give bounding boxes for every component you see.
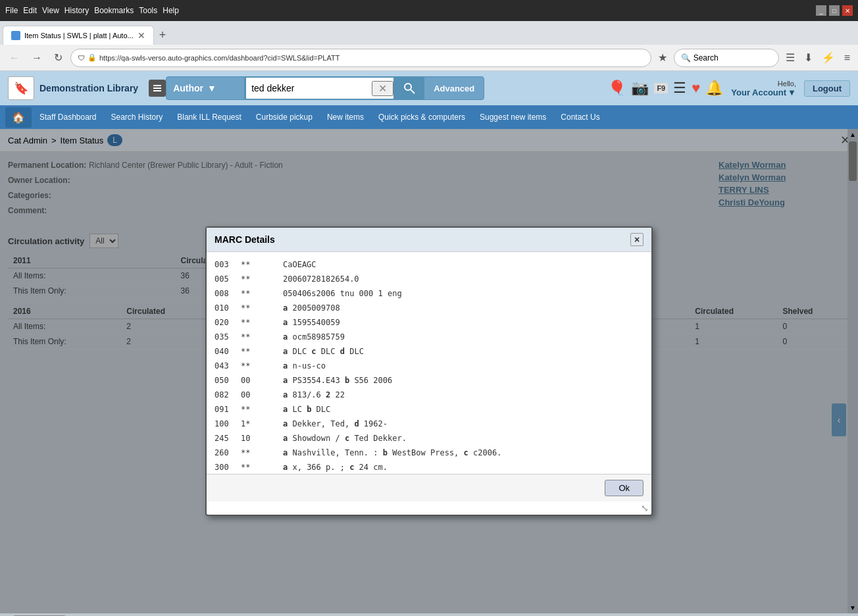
titlebar-left: File Edit View History Bookmarks Tools H… (5, 6, 179, 15)
menu-help[interactable]: Help (163, 6, 179, 15)
active-tab[interactable]: Item Status | SWLS | platt | Auto... ✕ (3, 26, 154, 45)
marc-ind1: ** (241, 403, 259, 415)
svg-rect-0 (153, 85, 161, 86)
search-type-selector[interactable]: Author ▼ (166, 76, 245, 100)
reload-button[interactable]: ↻ (50, 49, 66, 66)
back-button[interactable]: ← (5, 49, 24, 66)
marc-row-043: 043 ** a n-us-co (214, 359, 644, 373)
logout-button[interactable]: Logout (804, 80, 850, 97)
svg-rect-2 (153, 90, 161, 91)
app-navbar: 🏠 Staff Dashboard Search History Blank I… (0, 105, 858, 129)
marc-ind1: ** (241, 360, 259, 372)
search-input[interactable] (246, 78, 372, 99)
nav-suggest[interactable]: Suggest new items (473, 109, 553, 126)
marc-ind1: ** (241, 331, 259, 343)
marc-row-300: 300 ** a x, 366 p. ; c 24 cm. (214, 460, 644, 474)
menu-edit[interactable]: Edit (23, 6, 37, 15)
marc-data: a 2005009708 (283, 302, 644, 314)
page-body: Cat Admin > Item Status L ✕ Permanent Lo… (0, 129, 858, 613)
app-header: 🔖 Demonstration Library Author ▼ ✕ (0, 71, 858, 105)
marc-resize-handle[interactable]: ⤡ (207, 501, 651, 515)
marc-row-040: 040 ** a DLC c DLC d DLC (214, 344, 644, 359)
marc-data: a x, 366 p. ; c 24 cm. (283, 461, 644, 473)
search-go-button[interactable] (395, 76, 424, 100)
marc-ind1: ** (241, 317, 259, 328)
header-right: 🎈 📷 F9 ☰ ♥ 🔔 Hello, Your Account ▼ Logou… (608, 80, 850, 97)
marc-tag: 245 (214, 432, 238, 444)
bell-icon[interactable]: 🔔 (705, 80, 723, 97)
menu-bookmarks[interactable]: Bookmarks (94, 6, 134, 15)
marc-ind1: 00 (241, 389, 259, 401)
marc-data: a 813/.6 2 22 (283, 389, 644, 401)
account-section: Hello, Your Account ▼ (731, 80, 796, 97)
lock-icon: 🔒 (88, 53, 97, 62)
marc-data: a ocm58985759 (283, 331, 644, 343)
marc-data: a Dekker, Ted, d 1962- (283, 418, 644, 430)
maximize-button[interactable]: □ (829, 5, 840, 16)
marc-ind1: ** (241, 302, 259, 314)
resize-icon[interactable]: ⤡ (641, 503, 649, 513)
marc-tag: 043 (214, 360, 238, 372)
menu-file[interactable]: File (5, 6, 18, 15)
nav-search-history[interactable]: Search History (105, 109, 170, 126)
window-controls: _ □ ✕ (816, 5, 853, 16)
minimize-button[interactable]: _ (816, 5, 826, 16)
menu-view[interactable]: View (42, 6, 59, 15)
menu-history[interactable]: History (64, 6, 89, 15)
marc-tag: 020 (214, 317, 238, 328)
nav-curbside[interactable]: Curbside pickup (249, 109, 319, 126)
app-content: 🔖 Demonstration Library Author ▼ ✕ (0, 71, 858, 616)
address-bar[interactable]: 🛡 🔒 https://qa-swls-verso.auto-graphics.… (70, 49, 651, 67)
menu-tools[interactable]: Tools (139, 6, 157, 15)
browser-frame: File Edit View History Bookmarks Tools H… (0, 0, 858, 616)
nav-home-button[interactable]: 🏠 (5, 107, 32, 128)
extension-button[interactable]: ⚡ (819, 49, 838, 66)
account-link[interactable]: Your Account ▼ (731, 88, 796, 97)
close-button[interactable]: ✕ (842, 5, 853, 16)
marc-row-082: 082 00 a 813/.6 2 22 (214, 388, 644, 402)
f9-badge: F9 (654, 83, 668, 93)
search-advanced-button[interactable]: Advanced (424, 76, 484, 100)
menu-button[interactable]: ≡ (842, 49, 853, 66)
download-button[interactable]: ⬇ (801, 49, 815, 66)
bottom-scrollbar[interactable] (0, 613, 858, 616)
reader-mode-button[interactable]: ☰ (783, 49, 797, 66)
marc-row-100: 100 1* a Dekker, Ted, d 1962- (214, 417, 644, 431)
search-clear-button[interactable]: ✕ (372, 81, 393, 96)
search-icon: 🔍 (681, 53, 691, 63)
nav-quick-picks[interactable]: Quick picks & computers (372, 109, 472, 126)
marc-tag: 091 (214, 403, 238, 415)
marc-row-020: 020 ** a 1595540059 (214, 315, 644, 330)
marc-row-035: 035 ** a ocm58985759 (214, 330, 644, 344)
new-tab-button[interactable]: + (154, 26, 172, 45)
camera-icon[interactable]: 📷 (631, 80, 649, 97)
marc-data: CaOEAGC (283, 259, 644, 270)
marc-data: a PS3554.E43 b S56 2006 (283, 374, 644, 386)
nav-contact[interactable]: Contact Us (554, 109, 606, 126)
marc-tag: 010 (214, 302, 238, 314)
nav-staff-dashboard[interactable]: Staff Dashboard (33, 109, 103, 126)
marc-ind1: ** (241, 288, 259, 299)
bookmark-star-button[interactable]: ★ (655, 49, 670, 66)
marc-tag: 003 (214, 259, 238, 270)
marc-tag: 050 (214, 374, 238, 386)
hello-text: Hello, (778, 80, 796, 88)
balloon-icon[interactable]: 🎈 (608, 80, 626, 97)
logo-icon: 🔖 (14, 81, 28, 95)
modal-overlay: MARC Details × 003 ** CaOEAGC 005 ** (0, 129, 858, 613)
marc-row-245: 245 10 a Showdown / c Ted Dekker. (214, 431, 644, 446)
tab-close-button[interactable]: ✕ (138, 30, 145, 41)
forward-button[interactable]: → (28, 49, 46, 66)
marc-dialog-close-button[interactable]: × (630, 233, 644, 246)
nav-new-items[interactable]: New items (320, 109, 370, 126)
marc-dialog-body[interactable]: 003 ** CaOEAGC 005 ** 20060728182654.0 (207, 252, 651, 474)
search-type-label: Author (173, 83, 203, 93)
heart-icon[interactable]: ♥ (692, 80, 700, 97)
list-icon[interactable]: ☰ (673, 80, 686, 97)
marc-tag: 082 (214, 389, 238, 401)
marc-ok-button[interactable]: Ok (605, 480, 644, 496)
nav-blank-ill[interactable]: Blank ILL Request (170, 109, 248, 126)
marc-ind1: 10 (241, 432, 259, 444)
account-chevron-icon: ▼ (788, 88, 796, 97)
browser-search-bar[interactable]: 🔍 Search (674, 49, 779, 67)
